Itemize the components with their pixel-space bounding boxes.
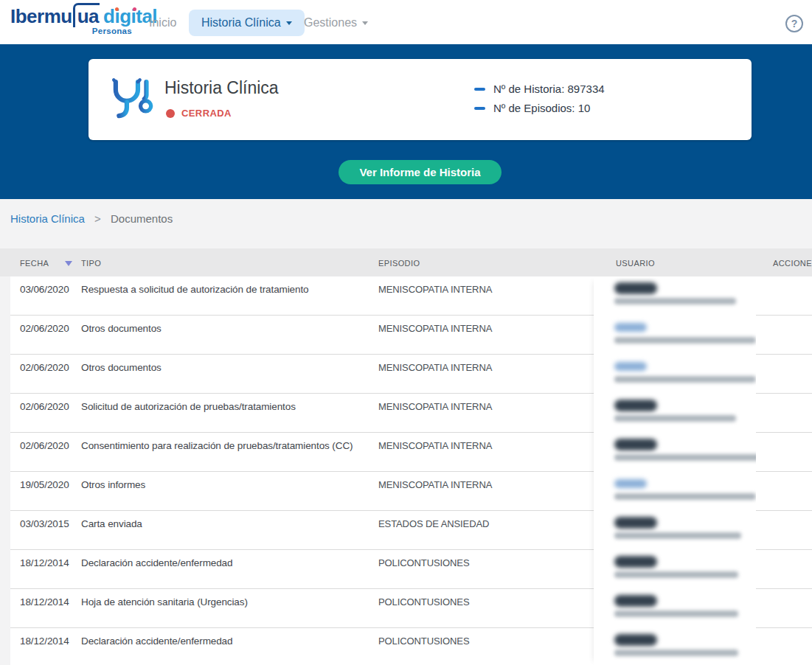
cell-fecha: 18/12/2014 xyxy=(20,557,69,568)
redacted-user-name xyxy=(614,337,756,344)
historia-number-fact: Nº de Historia: 897334 xyxy=(474,83,605,95)
cell-tipo: Solicitud de autorización de pruebas/tra… xyxy=(81,401,296,412)
redacted-user-badge xyxy=(614,323,647,332)
redacted-user-badge xyxy=(614,517,657,529)
cell-tipo: Otros documentos xyxy=(81,362,162,373)
redacted-user-name xyxy=(614,376,756,383)
nav-gestiones-label: Gestiones xyxy=(304,16,357,29)
redacted-user-badge xyxy=(614,595,657,607)
column-header-acciones[interactable]: ACCIONES xyxy=(773,259,812,268)
cell-episodio: MENISCOPATIA INTERNA xyxy=(378,284,492,295)
redacted-user-name xyxy=(614,415,736,422)
redacted-user-badge xyxy=(614,282,657,294)
cell-episodio: MENISCOPATIA INTERNA xyxy=(378,401,492,412)
column-header-episodio[interactable]: EPISODIO xyxy=(378,259,420,268)
cell-episodio: POLICONTUSIONES xyxy=(378,636,469,647)
redacted-user-name xyxy=(614,454,756,461)
page-title: Historia Clínica xyxy=(164,78,279,98)
cell-episodio: ESTADOS DE ANSIEDAD xyxy=(378,518,489,529)
chevron-down-icon xyxy=(362,21,368,25)
redacted-user-badge xyxy=(614,556,657,568)
cell-fecha: 18/12/2014 xyxy=(20,596,69,607)
cell-episodio: POLICONTUSIONES xyxy=(378,596,469,607)
redacted-user-name xyxy=(614,571,738,578)
status-badge: CERRADA xyxy=(166,108,232,119)
help-icon[interactable]: ? xyxy=(785,15,803,32)
cell-tipo: Declaración accidente/enfermedad xyxy=(81,557,232,568)
historia-number-label: Nº de Historia: xyxy=(493,83,564,95)
brand-tua-glyph: ua xyxy=(73,3,100,27)
hero-band: Historia Clínica CERRADA Nº de Historia:… xyxy=(0,44,812,199)
cell-tipo: Respuesta a solicitud de autorización de… xyxy=(81,284,308,295)
cell-episodio: POLICONTUSIONES xyxy=(378,557,469,568)
top-navbar: Ibermuuadigital Personas Inicio Historia… xyxy=(0,0,812,44)
cell-tipo: Carta enviada xyxy=(81,518,142,529)
status-dot-icon xyxy=(166,109,175,118)
episodios-number-text: Nº de Episodios: 10 xyxy=(493,102,590,114)
column-header-usuario[interactable]: USUARIO xyxy=(616,259,655,268)
breadcrumb: Historia Clínica > Documentos xyxy=(10,212,173,225)
column-header-tipo[interactable]: TIPO xyxy=(81,259,101,268)
cell-tipo: Otros documentos xyxy=(81,323,162,334)
historia-summary-card: Historia Clínica CERRADA Nº de Historia:… xyxy=(89,59,752,140)
ibermutua-digital-logo[interactable]: Ibermuuadigital Personas xyxy=(10,5,132,35)
cell-fecha: 03/06/2020 xyxy=(20,284,69,295)
redacted-user-name xyxy=(614,650,738,656)
nav-item-historia-clinica[interactable]: Historia Clínica xyxy=(189,10,305,36)
brand-ibermutua: Ibermu xyxy=(10,5,72,27)
cell-fecha: 02/06/2020 xyxy=(20,323,69,334)
cell-fecha: 02/06/2020 xyxy=(20,440,69,451)
nav-item-gestiones[interactable]: Gestiones xyxy=(304,16,368,29)
nav-historia-label: Historia Clínica xyxy=(201,16,281,29)
redacted-user-name xyxy=(614,298,736,304)
cell-tipo: Hoja de atención sanitaria (Urgencias) xyxy=(81,596,248,607)
cell-fecha: 02/06/2020 xyxy=(20,362,69,373)
status-label: CERRADA xyxy=(181,108,232,119)
cell-fecha: 03/03/2015 xyxy=(20,518,69,529)
sort-desc-icon[interactable] xyxy=(65,261,72,266)
cell-episodio: MENISCOPATIA INTERNA xyxy=(378,362,492,373)
dash-bullet-icon xyxy=(474,88,485,91)
cell-episodio: MENISCOPATIA INTERNA xyxy=(378,479,492,490)
cell-fecha: 02/06/2020 xyxy=(20,401,69,412)
redacted-user-name xyxy=(614,493,756,500)
nav-inicio-label: Inicio xyxy=(149,16,176,29)
redacted-user-badge xyxy=(614,400,657,411)
column-header-fecha[interactable]: FECHA xyxy=(20,259,49,268)
redacted-user-badge xyxy=(614,479,647,488)
redacted-user-badge xyxy=(614,634,657,646)
dash-bullet-icon xyxy=(474,107,485,110)
brand-wordmark: Ibermuuadigital xyxy=(10,5,132,28)
episodios-number-value: 10 xyxy=(578,102,591,114)
cell-tipo: Otros informes xyxy=(81,479,145,490)
user-blur-panel xyxy=(594,277,756,665)
cell-episodio: MENISCOPATIA INTERNA xyxy=(378,323,492,334)
redacted-user-name xyxy=(614,532,741,539)
redacted-user-badge xyxy=(614,439,657,450)
breadcrumb-separator: > xyxy=(94,212,101,225)
ver-informe-button[interactable]: Ver Informe de Historia xyxy=(339,160,502,184)
episodios-number-label: Nº de Episodios: xyxy=(493,102,575,114)
redacted-user-badge xyxy=(614,362,647,371)
historia-number-value: 897334 xyxy=(568,83,605,95)
redacted-user-name xyxy=(614,610,738,617)
historia-number-text: Nº de Historia: 897334 xyxy=(493,83,605,95)
nav-item-inicio[interactable]: Inicio xyxy=(149,16,176,29)
cell-tipo: Declaración accidente/enfermedad xyxy=(81,636,232,647)
chevron-down-icon xyxy=(286,21,292,25)
stethoscope-icon xyxy=(109,74,155,125)
cell-episodio: MENISCOPATIA INTERNA xyxy=(378,440,492,451)
episodios-number-fact: Nº de Episodios: 10 xyxy=(474,102,590,114)
table-header: FECHA TIPO EPISODIO USUARIO ACCIONES xyxy=(0,248,812,276)
breadcrumb-current-documentos: Documentos xyxy=(111,212,173,225)
cell-tipo: Consentimiento para realización de prueb… xyxy=(81,440,353,451)
cell-fecha: 19/05/2020 xyxy=(20,479,69,490)
breadcrumb-link-historia[interactable]: Historia Clínica xyxy=(10,212,85,225)
cell-fecha: 18/12/2014 xyxy=(20,636,69,647)
